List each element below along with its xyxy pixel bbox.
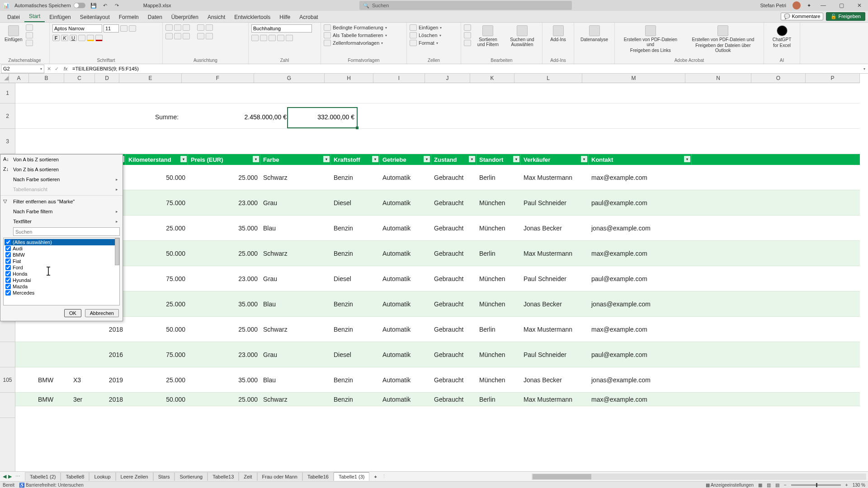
col-header-J[interactable]: J [425, 74, 470, 83]
col-header-F[interactable]: F [182, 74, 254, 83]
undo-icon[interactable]: ↶ [102, 2, 109, 9]
cell[interactable]: Automatik [380, 367, 431, 392]
sheet-nav-next[interactable]: ▶ [8, 474, 12, 479]
column-header-kilometerstand[interactable]: Kilometerstand▾ [126, 154, 188, 165]
format-as-table-button[interactable]: Als Tabelle formatieren▾ [324, 32, 404, 38]
cell[interactable]: Grau [260, 266, 331, 291]
avatar[interactable] [793, 1, 801, 9]
cell[interactable] [15, 393, 35, 406]
cell[interactable]: 35.000 [188, 367, 260, 392]
orientation-icon[interactable] [197, 24, 204, 31]
currency-icon[interactable] [251, 35, 259, 41]
filter-item[interactable]: Honda [5, 271, 118, 277]
filter-item[interactable]: Hyundai [5, 277, 118, 283]
cell[interactable]: Automatik [380, 266, 431, 291]
thousands-icon[interactable] [269, 35, 276, 41]
cell[interactable]: Max Mustermann [521, 165, 589, 190]
cell[interactable]: Blau [260, 367, 331, 392]
col-header-A[interactable]: A [9, 74, 29, 83]
cell[interactable]: max@example.com [589, 165, 692, 190]
cell[interactable]: 50.000 [126, 317, 188, 342]
cell[interactable]: Jonas Becker [521, 367, 589, 392]
pdf-share-link-button[interactable]: Erstellen von PDF-Dateien undFreigeben d… [618, 24, 684, 54]
cell[interactable]: Gebraucht [431, 165, 476, 190]
filter-cancel-button[interactable]: Abbrechen [85, 309, 119, 317]
fill-color-icon[interactable] [87, 35, 94, 41]
cell[interactable]: Diesel [331, 342, 380, 367]
paste-button[interactable]: Einfügen [3, 24, 24, 43]
autosave-toggle[interactable]: Automatisches Speichern [14, 3, 85, 8]
underline-icon[interactable]: U [70, 35, 77, 41]
filter-dropdown-icon[interactable]: ▾ [253, 156, 259, 162]
column-header-getriebe[interactable]: Getriebe▾ [380, 154, 431, 165]
number-format-select[interactable] [251, 24, 312, 33]
cell[interactable]: Benzin [331, 291, 380, 316]
col-header-E[interactable]: E [119, 74, 182, 83]
fill-icon[interactable] [464, 32, 471, 38]
cell[interactable]: paul@example.com [589, 342, 692, 367]
filter-item-all[interactable]: (Alles auswählen) [5, 239, 118, 245]
cell[interactable]: 75.000 [126, 342, 188, 367]
cell[interactable]: Paul Schneider [521, 266, 589, 291]
maximize-button[interactable]: ▢ [835, 1, 847, 10]
cell[interactable]: Schwarz [260, 241, 331, 266]
tab-start[interactable]: Start [24, 11, 45, 22]
cell[interactable]: Automatik [380, 342, 431, 367]
col-header-D[interactable]: D [95, 74, 119, 83]
filter-item[interactable]: Ford [5, 264, 118, 271]
sheet-tab[interactable]: Tabelle13 [208, 472, 239, 481]
freigeben-button[interactable]: 🔓 Freigeben [826, 12, 865, 21]
cell[interactable]: Jonas Becker [521, 216, 589, 240]
sheet-tab[interactable]: Tabelle1 (3) [334, 472, 369, 481]
cell[interactable]: 25.000 [126, 291, 188, 316]
cell[interactable]: jonas@example.com [589, 367, 692, 392]
sort-az[interactable]: A↓Von A bis Z sortieren [0, 155, 123, 164]
filter-dropdown-icon[interactable]: ▾ [581, 156, 587, 162]
datenanalyse-button[interactable]: Datenanalyse [577, 24, 612, 43]
table-row[interactable]: BMW3er201850.00025.000SchwarzBenzinAutom… [15, 393, 860, 406]
zoom-out-icon[interactable]: − [784, 483, 787, 488]
col-header-P[interactable]: P [806, 74, 860, 83]
tab-acrobat[interactable]: Acrobat [295, 12, 322, 22]
italic-icon[interactable]: K [61, 35, 68, 41]
align-top-icon[interactable] [165, 24, 173, 31]
table-row[interactable]: 201850.00025.000SchwarzBenzinAutomatikGe… [15, 241, 860, 266]
cell[interactable]: Gebraucht [431, 241, 476, 266]
row-header[interactable]: 2 [0, 103, 15, 129]
sort-filter-button[interactable]: Sortieren und Filtern [473, 24, 503, 48]
dec-inc-icon[interactable] [277, 35, 284, 41]
sheet-tab[interactable]: Tabelle8 [61, 472, 89, 481]
summe-value-1[interactable]: 2.458.000,00 € [223, 113, 287, 121]
cell[interactable]: Grau [260, 342, 331, 367]
coming-soon-icon[interactable]: ✦ [807, 3, 811, 9]
cell[interactable]: Schwarz [260, 393, 331, 406]
tab-daten[interactable]: Daten [143, 12, 167, 22]
cell[interactable]: Berlin [476, 241, 521, 266]
filter-checklist[interactable]: (Alles auswählen) AudiBMWFiatFordHondaHy… [3, 238, 120, 305]
border-icon[interactable] [78, 35, 85, 41]
cell[interactable]: Automatik [380, 291, 431, 316]
accessibility-status[interactable]: ♿ Barrierefreiheit: Untersuchen [19, 483, 84, 488]
cell[interactable]: 50.000 [126, 393, 188, 406]
col-header-L[interactable]: L [514, 74, 582, 83]
cell[interactable]: Automatik [380, 317, 431, 342]
conditional-formatting-button[interactable]: Bedingte Formatierung▾ [324, 24, 404, 31]
align-right-icon[interactable] [183, 33, 190, 39]
sheet-tab[interactable]: Sortierung [175, 472, 208, 481]
dec-dec-icon[interactable] [286, 35, 293, 41]
cell[interactable]: 25.000 [126, 216, 188, 240]
table-row[interactable]: BMWX3201925.00035.000BlauBenzinAutomatik… [15, 367, 860, 393]
filter-item[interactable]: Mazda [5, 283, 118, 290]
insert-cells-button[interactable]: Einfügen▾ [410, 24, 458, 31]
tab-formeln[interactable]: Formeln [114, 12, 143, 22]
cell[interactable]: 25.000 [188, 241, 260, 266]
col-header-G[interactable]: G [254, 74, 325, 83]
format-cells-button[interactable]: Format▾ [410, 40, 458, 46]
cell[interactable]: München [476, 216, 521, 240]
tab-datei[interactable]: Datei [3, 12, 24, 22]
tab-seitenlayout[interactable]: Seitenlayout [75, 12, 114, 22]
tab-einfuegen[interactable]: Einfügen [45, 12, 75, 22]
find-select-button[interactable]: Suchen und Auswählen [505, 24, 539, 48]
sort-by-color[interactable]: Nach Farbe sortieren▸ [0, 174, 123, 184]
bold-icon[interactable]: F [52, 35, 60, 41]
